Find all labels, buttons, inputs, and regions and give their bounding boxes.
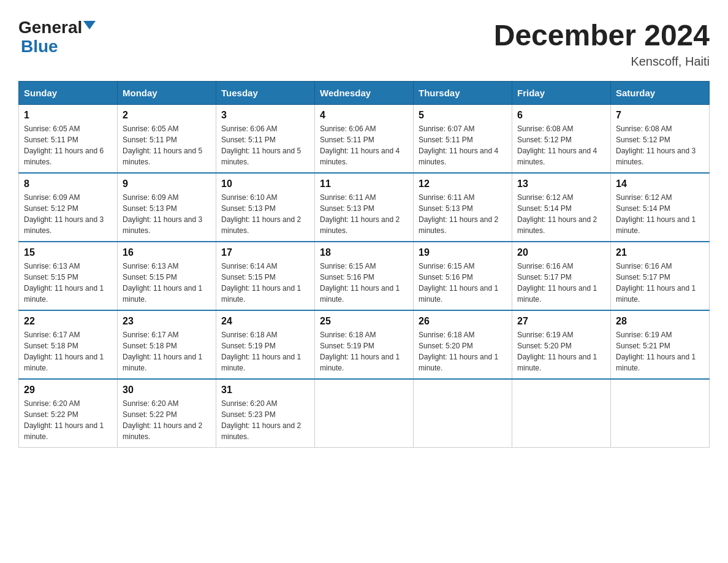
day-number: 6 (517, 110, 605, 121)
day-number: 18 (320, 247, 408, 258)
calendar-day-cell: 25Sunrise: 6:18 AMSunset: 5:19 PMDayligh… (315, 310, 414, 379)
calendar-day-cell (315, 379, 414, 448)
day-info: Sunrise: 6:11 AMSunset: 5:13 PMDaylight:… (419, 192, 507, 236)
weekday-header-friday: Friday (512, 82, 611, 105)
calendar-day-cell: 21Sunrise: 6:16 AMSunset: 5:17 PMDayligh… (611, 242, 710, 310)
calendar-day-cell (611, 379, 710, 448)
weekday-header-thursday: Thursday (414, 82, 512, 105)
logo: General Blue (18, 18, 96, 56)
calendar-day-cell: 11Sunrise: 6:11 AMSunset: 5:13 PMDayligh… (315, 173, 414, 242)
day-number: 27 (517, 316, 605, 327)
calendar-day-cell: 1Sunrise: 6:05 AMSunset: 5:11 PMDaylight… (19, 105, 118, 174)
day-number: 9 (123, 178, 211, 190)
day-number: 4 (320, 110, 408, 121)
calendar-day-cell: 29Sunrise: 6:20 AMSunset: 5:22 PMDayligh… (19, 379, 118, 448)
day-number: 1 (24, 110, 112, 121)
calendar-week-row: 1Sunrise: 6:05 AMSunset: 5:11 PMDaylight… (19, 105, 710, 174)
day-number: 29 (24, 385, 112, 396)
day-number: 15 (24, 247, 112, 258)
day-info: Sunrise: 6:20 AMSunset: 5:22 PMDaylight:… (24, 398, 112, 442)
day-info: Sunrise: 6:07 AMSunset: 5:11 PMDaylight:… (419, 123, 507, 167)
day-info: Sunrise: 6:16 AMSunset: 5:17 PMDaylight:… (517, 261, 605, 305)
day-number: 7 (616, 110, 704, 121)
day-number: 23 (123, 316, 211, 327)
day-number: 22 (24, 316, 112, 327)
calendar-day-cell: 16Sunrise: 6:13 AMSunset: 5:15 PMDayligh… (118, 242, 216, 310)
logo-triangle-icon (83, 21, 96, 29)
calendar-day-cell: 3Sunrise: 6:06 AMSunset: 5:11 PMDaylight… (216, 105, 315, 174)
logo-text-general: General (18, 18, 82, 37)
day-number: 24 (221, 316, 309, 327)
day-info: Sunrise: 6:17 AMSunset: 5:18 PMDaylight:… (24, 329, 112, 373)
weekday-header-sunday: Sunday (19, 82, 118, 105)
day-number: 3 (221, 110, 309, 121)
calendar-day-cell: 22Sunrise: 6:17 AMSunset: 5:18 PMDayligh… (19, 310, 118, 379)
calendar-day-cell: 31Sunrise: 6:20 AMSunset: 5:23 PMDayligh… (216, 379, 315, 448)
day-info: Sunrise: 6:08 AMSunset: 5:12 PMDaylight:… (517, 123, 605, 167)
calendar-week-row: 22Sunrise: 6:17 AMSunset: 5:18 PMDayligh… (19, 310, 710, 379)
day-info: Sunrise: 6:06 AMSunset: 5:11 PMDaylight:… (221, 123, 309, 167)
calendar-day-cell: 26Sunrise: 6:18 AMSunset: 5:20 PMDayligh… (414, 310, 512, 379)
calendar-body: 1Sunrise: 6:05 AMSunset: 5:11 PMDaylight… (19, 105, 710, 448)
calendar-day-cell: 5Sunrise: 6:07 AMSunset: 5:11 PMDaylight… (414, 105, 512, 174)
calendar-day-cell: 28Sunrise: 6:19 AMSunset: 5:21 PMDayligh… (611, 310, 710, 379)
day-info: Sunrise: 6:08 AMSunset: 5:12 PMDaylight:… (616, 123, 704, 167)
day-number: 25 (320, 316, 408, 327)
calendar-day-cell: 24Sunrise: 6:18 AMSunset: 5:19 PMDayligh… (216, 310, 315, 379)
calendar-day-cell (414, 379, 512, 448)
calendar-day-cell: 19Sunrise: 6:15 AMSunset: 5:16 PMDayligh… (414, 242, 512, 310)
day-number: 19 (419, 247, 507, 258)
day-info: Sunrise: 6:09 AMSunset: 5:12 PMDaylight:… (24, 192, 112, 236)
day-info: Sunrise: 6:12 AMSunset: 5:14 PMDaylight:… (616, 192, 704, 236)
day-info: Sunrise: 6:18 AMSunset: 5:19 PMDaylight:… (221, 329, 309, 373)
weekday-header-row: SundayMondayTuesdayWednesdayThursdayFrid… (19, 82, 710, 105)
calendar-day-cell: 17Sunrise: 6:14 AMSunset: 5:15 PMDayligh… (216, 242, 315, 310)
day-number: 2 (123, 110, 211, 121)
day-info: Sunrise: 6:19 AMSunset: 5:21 PMDaylight:… (616, 329, 704, 373)
calendar-day-cell: 18Sunrise: 6:15 AMSunset: 5:16 PMDayligh… (315, 242, 414, 310)
day-info: Sunrise: 6:13 AMSunset: 5:15 PMDaylight:… (24, 261, 112, 305)
calendar-day-cell: 20Sunrise: 6:16 AMSunset: 5:17 PMDayligh… (512, 242, 611, 310)
calendar-table: SundayMondayTuesdayWednesdayThursdayFrid… (18, 81, 710, 448)
calendar-header: SundayMondayTuesdayWednesdayThursdayFrid… (19, 82, 710, 105)
day-info: Sunrise: 6:20 AMSunset: 5:23 PMDaylight:… (221, 398, 309, 442)
calendar-day-cell (512, 379, 611, 448)
day-info: Sunrise: 6:18 AMSunset: 5:20 PMDaylight:… (419, 329, 507, 373)
day-info: Sunrise: 6:05 AMSunset: 5:11 PMDaylight:… (24, 123, 112, 167)
day-info: Sunrise: 6:09 AMSunset: 5:13 PMDaylight:… (123, 192, 211, 236)
day-number: 21 (616, 247, 704, 258)
day-info: Sunrise: 6:05 AMSunset: 5:11 PMDaylight:… (123, 123, 211, 167)
calendar-day-cell: 6Sunrise: 6:08 AMSunset: 5:12 PMDaylight… (512, 105, 611, 174)
day-info: Sunrise: 6:17 AMSunset: 5:18 PMDaylight:… (123, 329, 211, 373)
calendar-day-cell: 4Sunrise: 6:06 AMSunset: 5:11 PMDaylight… (315, 105, 414, 174)
day-info: Sunrise: 6:16 AMSunset: 5:17 PMDaylight:… (616, 261, 704, 305)
day-info: Sunrise: 6:19 AMSunset: 5:20 PMDaylight:… (517, 329, 605, 373)
calendar-day-cell: 7Sunrise: 6:08 AMSunset: 5:12 PMDaylight… (611, 105, 710, 174)
calendar-day-cell: 10Sunrise: 6:10 AMSunset: 5:13 PMDayligh… (216, 173, 315, 242)
calendar-week-row: 29Sunrise: 6:20 AMSunset: 5:22 PMDayligh… (19, 379, 710, 448)
logo-text-blue: Blue (21, 37, 58, 56)
day-info: Sunrise: 6:13 AMSunset: 5:15 PMDaylight:… (123, 261, 211, 305)
calendar-week-row: 15Sunrise: 6:13 AMSunset: 5:15 PMDayligh… (19, 242, 710, 310)
weekday-header-monday: Monday (118, 82, 216, 105)
day-info: Sunrise: 6:12 AMSunset: 5:14 PMDaylight:… (517, 192, 605, 236)
calendar-day-cell: 14Sunrise: 6:12 AMSunset: 5:14 PMDayligh… (611, 173, 710, 242)
calendar-day-cell: 8Sunrise: 6:09 AMSunset: 5:12 PMDaylight… (19, 173, 118, 242)
day-number: 5 (419, 110, 507, 121)
day-number: 14 (616, 178, 704, 190)
weekday-header-wednesday: Wednesday (315, 82, 414, 105)
location: Kenscoff, Haiti (494, 55, 710, 69)
day-info: Sunrise: 6:06 AMSunset: 5:11 PMDaylight:… (320, 123, 408, 167)
weekday-header-saturday: Saturday (611, 82, 710, 105)
day-info: Sunrise: 6:20 AMSunset: 5:22 PMDaylight:… (123, 398, 211, 442)
day-number: 20 (517, 247, 605, 258)
day-number: 17 (221, 247, 309, 258)
day-number: 31 (221, 385, 309, 396)
day-number: 8 (24, 178, 112, 190)
day-info: Sunrise: 6:14 AMSunset: 5:15 PMDaylight:… (221, 261, 309, 305)
day-info: Sunrise: 6:18 AMSunset: 5:19 PMDaylight:… (320, 329, 408, 373)
day-number: 13 (517, 178, 605, 190)
weekday-header-tuesday: Tuesday (216, 82, 315, 105)
day-number: 12 (419, 178, 507, 190)
page-header: General Blue December 2024 Kenscoff, Hai… (18, 18, 710, 69)
